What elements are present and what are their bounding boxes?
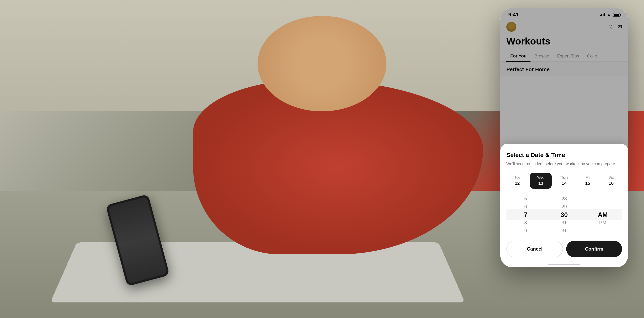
day-number-tue: 12 bbox=[515, 181, 520, 186]
min-29: 29 bbox=[545, 203, 583, 211]
iphone-mockup: 9:41 ▲ ♡ ✉ Workouts For You Browse bbox=[500, 8, 628, 267]
day-number-thu: 14 bbox=[562, 181, 566, 186]
min-28: 28 bbox=[545, 195, 583, 203]
period-am: AM bbox=[584, 211, 622, 219]
confirm-button[interactable]: Confirm bbox=[566, 240, 622, 257]
hour-5: 5 bbox=[506, 195, 545, 203]
min-31a: 31 bbox=[545, 219, 583, 227]
day-wed[interactable]: Wed 13 bbox=[530, 173, 552, 189]
time-picker[interactable]: 5 6 7 8 9 28 29 30 31 31 bbox=[506, 195, 622, 234]
hour-7: 7 bbox=[506, 211, 545, 219]
day-name-sat: Sat bbox=[608, 176, 614, 180]
day-tue[interactable]: Tue 12 bbox=[506, 173, 528, 189]
period-column[interactable]: AM PM bbox=[584, 195, 622, 234]
day-number-sat: 16 bbox=[609, 181, 614, 186]
period-empty1 bbox=[584, 195, 622, 203]
modal-subtitle: We'll send reminders before your workout… bbox=[506, 161, 622, 167]
day-name-wed: Wed bbox=[537, 176, 544, 180]
min-30: 30 bbox=[545, 211, 583, 219]
day-number-fri: 15 bbox=[585, 181, 590, 186]
day-thu[interactable]: Thurs 14 bbox=[553, 173, 575, 189]
period-empty3 bbox=[584, 227, 622, 234]
day-name-thu: Thurs bbox=[560, 176, 568, 180]
hour-8: 8 bbox=[506, 219, 545, 227]
day-sat[interactable]: Sat 16 bbox=[600, 173, 622, 189]
home-indicator bbox=[548, 264, 580, 265]
time-columns: 5 6 7 8 9 28 29 30 31 31 bbox=[506, 195, 622, 234]
day-fri[interactable]: Fri 15 bbox=[577, 173, 599, 189]
minutes-column[interactable]: 28 29 30 31 31 bbox=[545, 195, 583, 234]
hours-column[interactable]: 5 6 7 8 9 bbox=[506, 195, 545, 234]
day-number-wed: 13 bbox=[538, 181, 543, 186]
day-selector: Tue 12 Wed 13 Thurs 14 Fri 15 Sat 16 bbox=[506, 173, 622, 189]
hour-6: 6 bbox=[506, 203, 545, 211]
period-empty2 bbox=[584, 203, 622, 211]
modal-buttons: Cancel Confirm bbox=[506, 240, 622, 257]
person-head bbox=[258, 16, 386, 111]
day-name-tue: Tue bbox=[514, 176, 520, 180]
datetime-modal: Select a Date & Time We'll send reminder… bbox=[500, 144, 628, 267]
modal-title: Select a Date & Time bbox=[506, 152, 622, 158]
hour-9: 9 bbox=[506, 227, 545, 234]
min-31b: 31 bbox=[545, 227, 583, 234]
cancel-button[interactable]: Cancel bbox=[506, 240, 563, 257]
day-name-fri: Fri bbox=[586, 176, 590, 180]
period-pm: PM bbox=[584, 219, 622, 227]
